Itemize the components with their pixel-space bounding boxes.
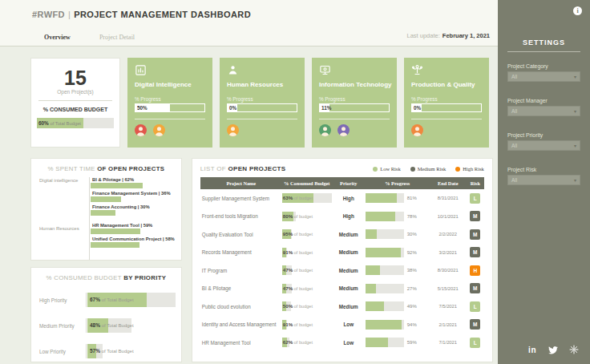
filter-project-category: Project CategoryAll▾ — [507, 63, 580, 82]
filter-dropdown-project-risk[interactable]: All▾ — [507, 175, 580, 185]
risk-cell: M — [467, 283, 484, 293]
end-date: 10/1/2021 — [430, 214, 467, 219]
budget-text: 63% of budget — [283, 193, 313, 203]
table-row[interactable]: Records Management91% of budgetMedium92%… — [200, 244, 484, 262]
table-row[interactable]: Identity and Access Management91% of bud… — [200, 316, 484, 334]
table-row[interactable]: Front-end tools Migration80% of budgetHi… — [200, 208, 484, 226]
spent-bar-label: BI & Pilotage | 62% — [91, 177, 175, 182]
priority-value: Medium — [332, 268, 366, 273]
filter-value: All — [511, 74, 517, 79]
filter-label: Project Manager — [507, 98, 580, 103]
priority-value: Medium — [332, 249, 366, 255]
project-name: BI & Pilotage — [200, 285, 282, 291]
spent-bar-item: Finance Management System | 36% — [91, 191, 175, 202]
progress-fill — [366, 212, 395, 221]
progress-track — [366, 193, 404, 203]
budget-text: 47% of budget — [283, 284, 313, 293]
brand-hashtag: #RWFD — [32, 10, 65, 19]
open-projects-panel: LIST OF OPEN PROJECTS Low RiskMedium Ris… — [192, 158, 493, 362]
tab-overview[interactable]: Overview — [44, 34, 71, 41]
end-date: 2/1/2021 — [430, 322, 467, 327]
priority-bar-text: 57% of Total Budget — [90, 344, 134, 358]
tableau-icon[interactable] — [569, 345, 579, 354]
filter-dropdown-project-priority[interactable]: All▾ — [507, 140, 580, 151]
content: 15 Open Project(s) % CONSUMED BUDGET 60%… — [0, 47, 498, 362]
project-name: Identity and Access Management — [200, 322, 282, 327]
spent-bar-item: Unified Communication Project | 58% — [91, 237, 175, 248]
lower-row: % SPENT TIME OF OPEN PROJECTS Digital in… — [30, 158, 491, 362]
card-progress-value: 50% — [135, 104, 170, 111]
twitter-icon[interactable] — [548, 346, 558, 354]
card-progress-value: 0% — [228, 104, 237, 111]
page-title: PROJECT MANAGEMENT DASHBOARD — [74, 10, 251, 19]
spent-bar-item: Finance Accounting | 30% — [91, 204, 175, 216]
priority-budget-title: % CONSUMED BUDGET BY PRIORITY — [31, 268, 181, 281]
table-row[interactable]: BI & Pilotage47% of budgetMedium27%5/15/… — [200, 280, 484, 298]
person-icon — [227, 64, 297, 78]
filter-dropdown-project-manager[interactable]: All▾ — [507, 106, 580, 116]
risk-cell: L — [467, 338, 484, 348]
risk-badge-m: M — [470, 229, 480, 240]
legend-dot — [373, 167, 378, 172]
budget-cell: 47% of budget — [282, 284, 332, 293]
project-name: HR Management Tool — [200, 340, 282, 346]
priority-value: High — [332, 213, 366, 219]
table-header-row: Project Name% Consumed BudgetPriority% P… — [200, 177, 484, 189]
tab-project-detail[interactable]: Project Detail — [99, 34, 135, 41]
spent-time-title: % SPENT TIME OF OPEN PROJECTS — [31, 159, 181, 172]
chevron-down-icon: ▾ — [574, 108, 576, 114]
legend-medium-risk: Medium Risk — [410, 166, 447, 172]
priority-budget-chart: High Priority67% of Total BudgetMedium P… — [31, 293, 181, 358]
card-progress-bar: 0% — [411, 103, 482, 112]
filter-project-priority: Project PriorityAll▾ — [507, 132, 580, 151]
budget-cell: 47% of budget — [282, 265, 332, 275]
progress-track — [366, 229, 404, 239]
spent-bar-item: HR Management Tool | 59% — [91, 223, 175, 234]
column-header-risk: Risk — [467, 180, 484, 186]
table-row[interactable]: HR Management Tool62% of budgetLow59%7/1… — [200, 334, 484, 352]
card-divider — [135, 119, 205, 119]
column-header-consumed-budget: % Consumed Budget — [282, 180, 332, 186]
progress-text: 38% — [407, 268, 417, 273]
category-card-title: Information Technology — [319, 81, 390, 88]
progress-cell: 27% — [366, 284, 430, 293]
settings-sidebar: i SETTINGS Project CategoryAll▾Project M… — [498, 0, 590, 364]
left-column: % SPENT TIME OF OPEN PROJECTS Digital in… — [30, 158, 182, 362]
category-card-information-technology: Information Technology% Progress11% — [312, 58, 397, 148]
progress-text: 49% — [407, 304, 417, 309]
progress-cell: 38% — [366, 265, 430, 275]
legend-high-risk: High Risk — [455, 166, 484, 172]
filter-dropdown-project-category[interactable]: All▾ — [507, 71, 580, 82]
end-date: 8/31/2021 — [430, 196, 467, 200]
progress-cell: 81% — [366, 193, 430, 203]
progress-text: 78% — [407, 214, 417, 219]
priority-row-medium-priority: Medium Priority48% of Total Budget — [39, 318, 175, 333]
risk-badge-m: M — [470, 283, 480, 293]
info-icon[interactable]: i — [573, 6, 582, 15]
risk-badge-h: H — [470, 265, 480, 276]
progress-label: % Progress — [135, 96, 205, 102]
priority-row-high-priority: High Priority67% of Total Budget — [39, 293, 175, 307]
filter-value: All — [511, 108, 517, 114]
category-card-digital-intelligence: Digital Intelligence% Progress50% — [127, 58, 212, 148]
card-progress-value: 11% — [320, 104, 329, 111]
category-cards-row: Digital Intelligence% Progress50%Human R… — [127, 58, 489, 148]
table-row[interactable]: Supplier Management System63% of budgetH… — [200, 189, 484, 208]
progress-fill — [366, 338, 388, 347]
table-row[interactable]: Public cloud evolution50% of budgetMediu… — [200, 297, 484, 316]
linkedin-icon[interactable]: in — [528, 346, 536, 354]
progress-text: 27% — [407, 286, 417, 291]
open-projects-label: Open Project(s) — [37, 89, 114, 95]
spent-bar-item: BI & Pilotage | 62% — [91, 177, 175, 188]
progress-text: 59% — [407, 340, 417, 345]
progress-track — [366, 212, 404, 221]
progress-cell: 92% — [366, 248, 430, 257]
table-row[interactable]: Quality Evaluation Tool95% of budgetMedi… — [200, 225, 484, 244]
progress-fill — [366, 320, 402, 330]
progress-label: % Progress — [319, 96, 390, 102]
spent-time-panel: % SPENT TIME OF OPEN PROJECTS Digital in… — [30, 158, 182, 261]
table-row[interactable]: IT Program47% of budgetMedium38%8/30/202… — [200, 261, 484, 280]
progress-track — [366, 301, 404, 311]
progress-track — [366, 248, 404, 257]
progress-fill — [366, 301, 385, 311]
